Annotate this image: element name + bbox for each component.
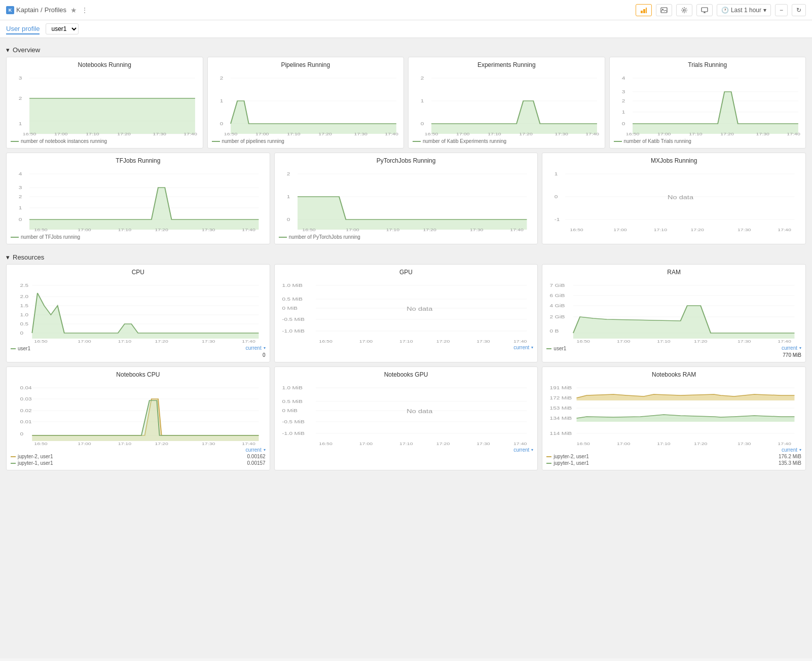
share-icon[interactable]: ⋮ bbox=[81, 6, 88, 14]
svg-text:16:50: 16:50 bbox=[34, 442, 47, 446]
overview-row2: TFJobs Running 4 3 2 1 0 bbox=[6, 153, 806, 244]
svg-text:2.5: 2.5 bbox=[20, 282, 29, 287]
pytorchjobs-running-title: PyTorchJobs Running bbox=[279, 157, 534, 164]
refresh-btn[interactable]: ↻ bbox=[792, 4, 806, 16]
svg-text:17:40: 17:40 bbox=[242, 339, 255, 344]
notebooks-ram-card: Notebooks RAM 191 MiB 172 MiB 153 MiB 13… bbox=[542, 366, 806, 470]
top-bar: K Kaptain / Profiles ★ ⋮ 🕐 Last 1 hour ▾… bbox=[0, 0, 812, 20]
notebooks-running-title: Notebooks Running bbox=[11, 61, 199, 68]
gpu-chart: 1.0 MiB 0.5 MiB 0 MiB -0.5 MiB -1.0 MiB … bbox=[279, 278, 534, 344]
svg-text:No data: No data bbox=[407, 408, 433, 415]
svg-text:17:00: 17:00 bbox=[359, 339, 372, 344]
notebooks-cpu-current-btn[interactable]: current bbox=[246, 447, 262, 453]
notebooks-gpu-meta: current ▾ bbox=[279, 447, 534, 453]
svg-rect-3 bbox=[661, 8, 667, 13]
gpu-meta: current ▾ bbox=[279, 345, 534, 350]
svg-text:17:30: 17:30 bbox=[737, 228, 751, 232]
notebooks-cpu-legend-2-label: jupyter-1, user1 bbox=[18, 460, 53, 466]
svg-rect-1 bbox=[643, 9, 645, 13]
cpu-current-btn[interactable]: current bbox=[246, 345, 262, 351]
notebooks-ram-legend-2-value: 135.3 MiB bbox=[779, 460, 801, 466]
svg-text:2.0: 2.0 bbox=[20, 293, 29, 299]
ram-current-btn[interactable]: current bbox=[782, 345, 797, 351]
time-range-selector[interactable]: 🕐 Last 1 hour ▾ bbox=[717, 4, 771, 16]
notebooks-cpu-title: Notebooks CPU bbox=[11, 371, 266, 378]
notebooks-gpu-current-btn[interactable]: current bbox=[513, 447, 529, 453]
notebooks-ram-legend-1-label: jupyter-2, user1 bbox=[553, 454, 588, 459]
legend-dot-yellow-ram bbox=[546, 456, 551, 457]
svg-text:17:40: 17:40 bbox=[513, 339, 527, 344]
svg-text:17:40: 17:40 bbox=[585, 132, 599, 136]
ram-chart: 7 GiB 6 GiB 4 GiB 2 GiB 0 B 16:50 bbox=[546, 278, 801, 344]
ram-value: 770 MiB bbox=[546, 352, 801, 358]
legend-line-4 bbox=[614, 141, 622, 142]
svg-marker-16 bbox=[29, 98, 195, 134]
svg-text:16:50: 16:50 bbox=[425, 132, 438, 136]
resources-header[interactable]: ▾ Resources bbox=[6, 250, 806, 264]
svg-text:17:20: 17:20 bbox=[155, 339, 168, 344]
svg-text:17:10: 17:10 bbox=[488, 132, 501, 136]
notebooks-cpu-chart: 0.04 0.03 0.02 0.01 0 bbox=[11, 380, 266, 446]
notebooks-gpu-title: Notebooks GPU bbox=[279, 371, 534, 378]
zoom-out-btn[interactable]: − bbox=[775, 4, 788, 16]
svg-text:1.0 MiB: 1.0 MiB bbox=[282, 385, 302, 390]
notebooks-ram-legend-2-label: jupyter-1, user1 bbox=[553, 460, 588, 466]
overview-header[interactable]: ▾ Overview bbox=[6, 43, 806, 57]
svg-text:2: 2 bbox=[621, 98, 625, 103]
svg-text:17:20: 17:20 bbox=[691, 228, 704, 232]
legend-line-6 bbox=[279, 237, 287, 238]
svg-text:17:10: 17:10 bbox=[399, 339, 413, 344]
svg-marker-76 bbox=[29, 188, 259, 230]
svg-text:17:20: 17:20 bbox=[117, 132, 130, 136]
experiments-running-card: Experiments Running 2 1 0 16:50 17:00 bbox=[408, 57, 605, 149]
svg-text:17:20: 17:20 bbox=[694, 442, 707, 446]
svg-text:17:10: 17:10 bbox=[118, 228, 131, 232]
legend-line-5 bbox=[11, 237, 19, 238]
svg-text:4: 4 bbox=[621, 75, 625, 80]
svg-text:16:50: 16:50 bbox=[625, 132, 639, 136]
svg-text:No data: No data bbox=[407, 306, 433, 312]
cpu-chevron: ▾ bbox=[264, 346, 266, 350]
svg-text:17:00: 17:00 bbox=[54, 132, 67, 136]
user-selector[interactable]: user1 bbox=[46, 23, 79, 34]
svg-text:17:20: 17:20 bbox=[436, 339, 450, 344]
ram-meta: user1 current ▾ bbox=[546, 345, 801, 351]
svg-marker-29 bbox=[231, 101, 396, 134]
svg-text:0: 0 bbox=[287, 216, 290, 222]
experiments-running-title: Experiments Running bbox=[413, 61, 601, 68]
gpu-card: GPU 1.0 MiB 0.5 MiB 0 MiB -0.5 MiB -1.0 … bbox=[274, 264, 538, 362]
overview-section: ▾ Overview Notebooks Running 3 2 1 bbox=[6, 43, 806, 244]
breadcrumb-sep: / bbox=[41, 6, 43, 14]
notebooks-running-chart: 3 2 1 16:50 17:00 17:10 bbox=[11, 70, 199, 136]
svg-text:17:30: 17:30 bbox=[756, 132, 769, 136]
user-profile-tab[interactable]: User profile bbox=[6, 24, 40, 34]
star-icon[interactable]: ★ bbox=[70, 6, 77, 14]
experiments-running-chart: 2 1 0 16:50 17:00 17:10 17:20 17:30 bbox=[413, 70, 601, 136]
top-bar-right: 🕐 Last 1 hour ▾ − ↻ bbox=[636, 4, 806, 16]
ram-legend-label: user1 bbox=[553, 346, 566, 351]
resources-arrow: ▾ bbox=[6, 253, 10, 261]
tfjobs-running-title: TFJobs Running bbox=[11, 157, 266, 164]
svg-text:17:20: 17:20 bbox=[318, 132, 331, 136]
svg-text:17:00: 17:00 bbox=[78, 339, 91, 344]
settings-btn[interactable] bbox=[676, 4, 692, 16]
svg-text:17:40: 17:40 bbox=[787, 132, 800, 136]
svg-text:0: 0 bbox=[555, 194, 558, 199]
svg-text:16:50: 16:50 bbox=[577, 339, 590, 344]
svg-text:17:40: 17:40 bbox=[385, 132, 398, 136]
ram-legend: user1 bbox=[546, 346, 566, 351]
notebooks-ram-current-btn[interactable]: current bbox=[782, 447, 797, 453]
legend-line bbox=[11, 141, 19, 142]
svg-text:17:30: 17:30 bbox=[476, 339, 490, 344]
gpu-current-btn[interactable]: current bbox=[513, 345, 529, 350]
svg-text:2: 2 bbox=[421, 75, 424, 80]
svg-point-5 bbox=[683, 9, 685, 11]
image-btn[interactable] bbox=[656, 4, 672, 16]
legend-dot-green-ram bbox=[546, 463, 551, 464]
svg-text:172 MiB: 172 MiB bbox=[550, 395, 572, 400]
svg-text:17:00: 17:00 bbox=[346, 228, 359, 232]
monitor-btn[interactable] bbox=[696, 4, 713, 16]
dashboard-btn[interactable] bbox=[636, 4, 652, 16]
notebooks-cpu-legend-2-value: 0.00157 bbox=[247, 460, 266, 466]
svg-text:0.5 MiB: 0.5 MiB bbox=[282, 296, 302, 301]
